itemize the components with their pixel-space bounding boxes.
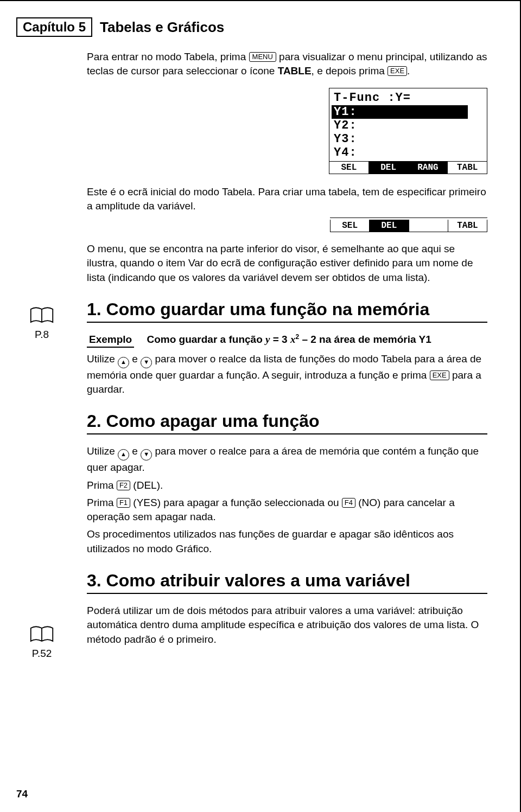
- book-icon: [23, 305, 61, 328]
- text: e: [132, 353, 141, 365]
- calculator-screen-1: T-Func :Y= Y1: Y2: Y3: Y4: SEL DEL RANG …: [329, 88, 487, 174]
- up-key-icon: ▲: [118, 357, 129, 368]
- text: Prima: [87, 479, 117, 491]
- exe-key-icon: EXE: [430, 370, 449, 380]
- text: e: [132, 445, 141, 457]
- text: , e depois prima: [312, 65, 387, 76]
- lcd-softkeys: SEL DEL RANG TABL: [329, 161, 487, 174]
- section-2-p1: Utilize ▲ e ▼ para mover o realce para a…: [87, 444, 487, 475]
- example-row: Exemplo Como guardar a função y = 3 x2 –…: [87, 333, 487, 347]
- book-icon: [23, 624, 61, 647]
- lcd-line: Y3:: [334, 132, 482, 146]
- chapter-label: Capítulo 5: [23, 20, 86, 34]
- down-key-icon: ▼: [141, 449, 152, 461]
- lcd-line: Y2:: [334, 119, 482, 132]
- section-1-paragraph: Utilize ▲ e ▼ para mover o realce da lis…: [87, 352, 487, 397]
- example-label: Exemplo: [87, 334, 134, 348]
- chapter-header: Capítulo 5 Tabelas e Gráficos: [16, 17, 487, 37]
- chapter-title: Tabelas e Gráficos: [100, 19, 224, 36]
- paragraph-menu-note: O menu, que se encontra na parte inferio…: [87, 242, 487, 285]
- text: Como guardar a função: [147, 334, 265, 345]
- text: – 2 na área de memória Y1: [299, 334, 431, 345]
- up-key-icon: ▲: [118, 449, 129, 461]
- example-text: Como guardar a função y = 3 x2 – 2 na ár…: [147, 334, 431, 345]
- page-ref-label: P.52: [23, 648, 61, 660]
- text: Utilize: [87, 353, 118, 365]
- softkey-sel: SEL: [329, 162, 369, 174]
- softkey-tabl: TABL: [448, 220, 487, 232]
- intro-paragraph-2: Este é o ecrã inicial do modo Tabela. Pa…: [87, 185, 487, 213]
- softkey-tabl: TABL: [448, 162, 487, 174]
- softkey-del: DEL: [370, 220, 409, 232]
- down-key-icon: ▼: [141, 357, 152, 368]
- softkey-sel: SEL: [331, 220, 370, 232]
- page-number: 74: [16, 788, 28, 800]
- text: (YES) para apagar a função seleccionada …: [133, 497, 341, 508]
- text: Prima: [87, 497, 117, 508]
- text: .: [407, 65, 410, 76]
- section-2-title: 2. Como apagar uma função: [87, 411, 487, 434]
- section-2-p2: Prima F2 (DEL).: [87, 478, 487, 493]
- chapter-label-box: Capítulo 5: [16, 17, 92, 37]
- softkey-rang: RANG: [409, 162, 448, 174]
- section-2-p4: Os procedimentos utilizados nas funções …: [87, 527, 487, 555]
- calculator-screen-2: SEL DEL TABL: [330, 218, 487, 232]
- f2-key-icon: F2: [117, 481, 130, 490]
- intro-paragraph-1: Para entrar no modo Tabela, prima MENU p…: [87, 50, 487, 78]
- lcd-highlight: Y1:: [332, 105, 359, 119]
- exe-key-icon: EXE: [387, 66, 407, 76]
- margin-ref-1: P.8: [23, 305, 61, 341]
- text: = 3: [270, 334, 290, 345]
- f1-key-icon: F1: [117, 498, 130, 508]
- table-word: TABLE: [278, 65, 312, 76]
- text: (DEL).: [133, 479, 163, 491]
- section-1-title: 1. Como guardar uma função na memória: [87, 299, 487, 323]
- lcd-line: Y4:: [334, 146, 482, 159]
- lcd-line: T-Func :Y=: [334, 91, 482, 105]
- softkey-empty: [409, 220, 448, 232]
- text: Utilize: [87, 445, 118, 457]
- softkey-del: DEL: [369, 162, 409, 174]
- margin-ref-2: P.52: [23, 624, 61, 660]
- page-ref-label: P.8: [23, 329, 61, 341]
- text: Para entrar no modo Tabela, prima: [87, 51, 249, 62]
- f4-key-icon: F4: [342, 498, 355, 508]
- menu-key-icon: MENU: [249, 52, 276, 62]
- section-3-title: 3. Como atribuir valores a uma variável: [87, 570, 487, 594]
- section-3-p: Poderá utilizar um de dois métodos para …: [87, 604, 487, 647]
- section-2-p3: Prima F1 (YES) para apagar a função sele…: [87, 496, 487, 524]
